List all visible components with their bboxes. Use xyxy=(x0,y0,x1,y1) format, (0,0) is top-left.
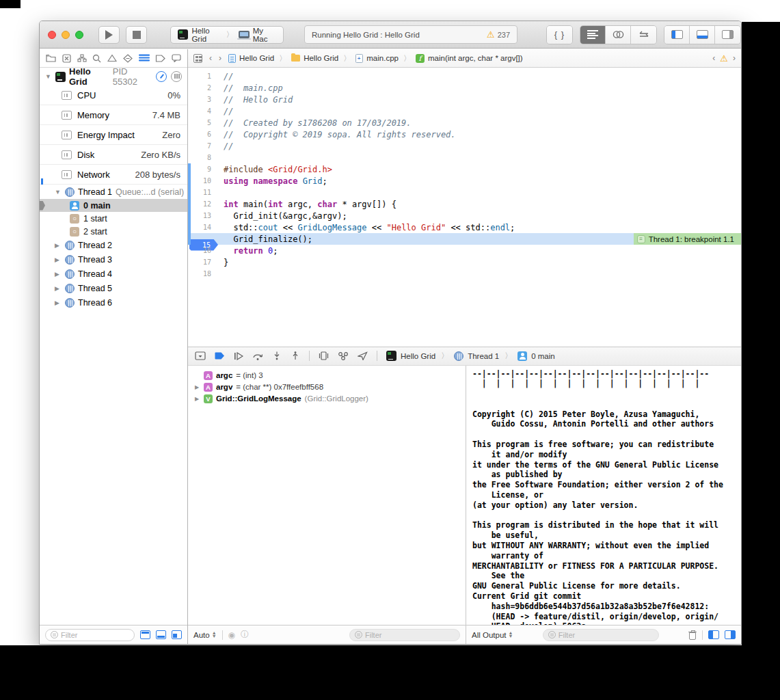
close-window-button[interactable] xyxy=(48,31,56,39)
gauge-row-cpu[interactable]: CPU0% xyxy=(40,85,187,105)
code-text[interactable]: std::cout << GridLogMessage << "Hello Gr… xyxy=(219,223,515,232)
code-text[interactable]: // xyxy=(219,107,233,116)
code-line[interactable]: 12int main(int argc, char * argv[]) { xyxy=(188,198,741,210)
assistant-editor-button[interactable] xyxy=(606,26,631,44)
code-line[interactable]: 13 Grid_init(&argc,&argv); xyxy=(188,210,741,221)
navigator-filter-input[interactable] xyxy=(61,631,129,639)
scheme-selector[interactable]: Hello Grid 〉 My Mac xyxy=(170,26,284,44)
minimize-window-button[interactable] xyxy=(62,31,70,39)
filter-view-mode-toggle[interactable] xyxy=(172,630,182,639)
disclosure-triangle-icon[interactable]: ▶ xyxy=(193,396,200,402)
debug-breadcrumb-item[interactable]: 0 main xyxy=(531,352,555,360)
code-line[interactable]: 7// xyxy=(188,140,741,152)
quick-look-icon[interactable]: ◉ xyxy=(228,630,235,640)
breadcrumb-item[interactable]: Hello Grid xyxy=(304,54,338,62)
frame-row[interactable]: ○1 start xyxy=(40,212,187,225)
thread-row[interactable]: ▶Thread 6 xyxy=(40,295,187,310)
console-output-popup[interactable]: All Output ▲▼ xyxy=(472,631,513,639)
line-number-gutter[interactable]: 12 xyxy=(188,200,219,208)
step-over-button[interactable] xyxy=(252,352,263,360)
toggle-debug-area-button[interactable] xyxy=(690,26,715,44)
frame-row[interactable]: 0 main xyxy=(40,199,187,212)
thread-row[interactable]: ▶Thread 4 xyxy=(40,267,187,281)
toggle-navigator-button[interactable] xyxy=(664,26,690,44)
variable-row[interactable]: ▶Aargv= (char **) 0x7ffeefbff568 xyxy=(193,381,466,393)
disclosure-triangle-icon[interactable]: ▼ xyxy=(45,73,52,80)
version-editor-button[interactable] xyxy=(631,26,656,44)
console-filter-input[interactable] xyxy=(559,631,654,639)
step-out-button[interactable] xyxy=(291,351,300,360)
code-line[interactable]: 4// xyxy=(188,105,741,117)
line-number-gutter[interactable]: 10 xyxy=(188,177,219,185)
code-line[interactable]: 6// Copyright © 2019 sopa. All rights re… xyxy=(188,129,741,140)
code-line[interactable]: 10using namespace Grid; xyxy=(188,175,741,187)
line-number-gutter[interactable]: 16 xyxy=(188,247,219,254)
code-line[interactable]: 16 return 0; xyxy=(188,245,741,256)
code-line[interactable]: 14 std::cout << GridLogMessage << "Hello… xyxy=(188,221,741,233)
debug-navigator-icon[interactable] xyxy=(139,54,150,62)
gauge-row-network[interactable]: Network208 bytes/s xyxy=(40,165,187,185)
variables-filter-input[interactable] xyxy=(365,631,455,639)
deactivate-breakpoints-button[interactable] xyxy=(215,352,225,360)
code-line[interactable]: 5// Created by s1786208 on 17/03/2019. xyxy=(188,117,741,129)
filter-running-toggle[interactable] xyxy=(140,630,150,639)
code-line[interactable]: 17} xyxy=(188,256,741,268)
code-text[interactable]: // main.cpp xyxy=(219,83,283,93)
breadcrumb-item[interactable]: main.cpp xyxy=(366,54,399,62)
disclosure-triangle-icon[interactable]: ▶ xyxy=(55,271,62,278)
toggle-inspector-button[interactable] xyxy=(715,26,740,44)
line-number-gutter[interactable]: 7 xyxy=(188,142,219,150)
breakpoint-navigator-icon[interactable] xyxy=(155,55,165,62)
line-number-gutter[interactable]: 9 xyxy=(188,165,219,173)
code-text[interactable]: Grid_init(&argc,&argv); xyxy=(219,211,347,221)
breadcrumb-item[interactable]: Hello Grid xyxy=(239,54,274,62)
line-number-gutter[interactable]: 14 xyxy=(188,224,219,231)
code-line[interactable]: 18 xyxy=(188,268,741,280)
code-line[interactable]: 11 xyxy=(188,187,741,198)
thread-row[interactable]: ▶Thread 2 xyxy=(40,238,187,252)
code-text[interactable]: using namespace Grid; xyxy=(219,176,327,186)
thread-row[interactable]: ▶Thread 5 xyxy=(40,281,187,295)
line-number-gutter[interactable]: 18 xyxy=(188,270,219,278)
warning-badge[interactable]: ⚠ 237 xyxy=(487,30,510,39)
source-control-navigator-icon[interactable] xyxy=(62,54,71,63)
console-filter-field[interactable] xyxy=(543,629,659,641)
code-text[interactable]: return 0; xyxy=(219,246,278,256)
disclosure-triangle-icon[interactable]: ▶ xyxy=(55,242,62,249)
code-line[interactable]: 2// main.cpp xyxy=(188,82,741,94)
go-forward-button[interactable]: › xyxy=(219,53,221,63)
code-text[interactable]: int main(int argc, char * argv[]) { xyxy=(219,200,396,209)
breadcrumb-item[interactable]: main(int argc, char * argv[]) xyxy=(428,54,523,62)
issue-navigator-icon[interactable] xyxy=(107,54,117,62)
breakpoint-annotation[interactable]: ≡Thread 1: breakpoint 1.1 xyxy=(634,233,741,245)
disclosure-triangle-icon[interactable]: ▶ xyxy=(55,256,62,263)
line-number-gutter[interactable]: 1 xyxy=(188,72,219,80)
standard-editor-button[interactable] xyxy=(580,26,606,44)
disclosure-triangle-icon[interactable]: ▶ xyxy=(193,384,200,390)
code-text[interactable]: #include <Grid/Grid.h> xyxy=(219,165,332,174)
code-text[interactable]: // Copyright © 2019 sopa. All rights res… xyxy=(219,130,456,139)
hide-debug-area-button[interactable] xyxy=(195,351,206,360)
frame-row[interactable]: ○2 start xyxy=(40,225,187,238)
line-number-gutter[interactable]: 6 xyxy=(188,131,219,138)
line-number-gutter[interactable]: 11 xyxy=(188,189,219,196)
code-text[interactable]: } xyxy=(219,258,228,267)
filter-stack-frames-toggle[interactable] xyxy=(156,630,166,639)
next-issue-button[interactable]: › xyxy=(733,53,736,63)
disclosure-triangle-icon[interactable]: ▶ xyxy=(55,285,62,292)
code-text[interactable]: Grid_finalize(); xyxy=(219,234,312,244)
view-ui-hierarchy-button[interactable] xyxy=(319,351,329,360)
process-row[interactable]: ▼ Hello Grid PID 55302 xyxy=(40,68,187,85)
line-number-gutter[interactable]: 8 xyxy=(188,154,219,161)
report-navigator-icon[interactable] xyxy=(172,54,181,62)
line-number-gutter[interactable]: 4 xyxy=(188,107,219,115)
variables-scope-popup[interactable]: Auto ▲▼ xyxy=(193,631,217,639)
zoom-window-button[interactable] xyxy=(75,31,83,39)
code-line[interactable]: 3// Hello Grid xyxy=(188,94,741,105)
memory-graph-button[interactable] xyxy=(171,71,182,82)
previous-issue-button[interactable]: ‹ xyxy=(712,53,715,63)
navigator-filter-field[interactable] xyxy=(45,629,135,641)
gauge-row-memory[interactable]: Memory7.4 MB xyxy=(40,105,187,125)
source-editor[interactable]: 1//2// main.cpp3// Hello Grid4//5// Crea… xyxy=(188,68,741,347)
library-button[interactable]: { } xyxy=(547,26,572,44)
